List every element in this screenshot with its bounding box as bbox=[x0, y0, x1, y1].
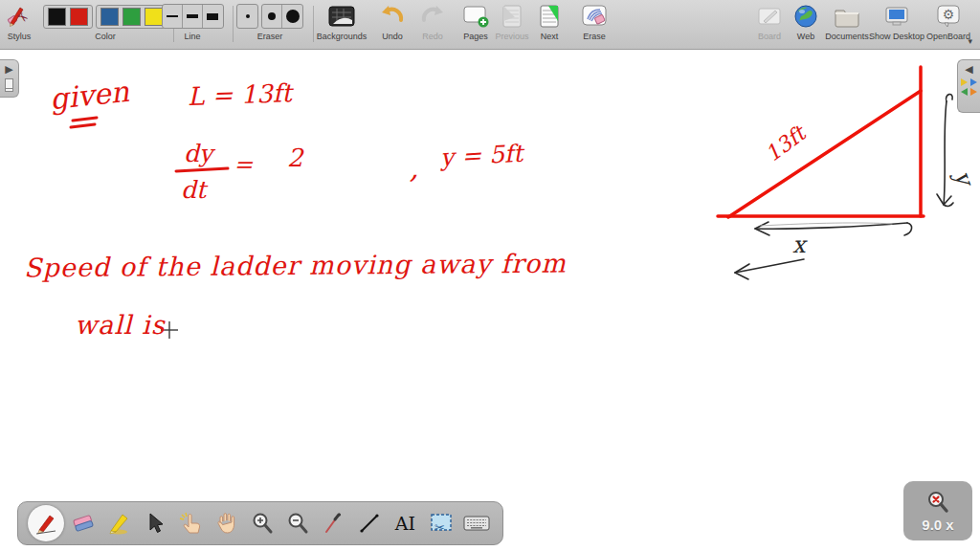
zoom-in-icon bbox=[251, 512, 274, 535]
color-swatch-red[interactable] bbox=[70, 8, 88, 26]
handwriting-frac-denominator: dt bbox=[181, 176, 206, 204]
library-icon bbox=[961, 78, 978, 96]
pen-tool-button[interactable] bbox=[28, 505, 64, 541]
zoom-in-tool-button[interactable] bbox=[246, 505, 278, 541]
color-group: Color bbox=[42, 3, 168, 47]
documents-button[interactable]: Documents bbox=[821, 3, 873, 47]
interact-tool-button[interactable] bbox=[174, 505, 207, 541]
handwriting-length-equation: L = 13ft bbox=[188, 78, 293, 111]
erase-page-label: Erase bbox=[583, 32, 606, 41]
diagram-base-label: x bbox=[792, 231, 806, 258]
eraser-label: Eraser bbox=[257, 32, 283, 41]
color-swatch-black[interactable] bbox=[48, 8, 66, 26]
openboard-menu-caret-icon[interactable]: ▾ bbox=[968, 36, 972, 46]
zoom-cancel-icon bbox=[925, 490, 950, 515]
capture-icon: ✂ bbox=[429, 512, 454, 535]
next-page-icon bbox=[537, 3, 562, 30]
color-group-dark bbox=[43, 5, 93, 29]
keyboard-icon bbox=[463, 514, 490, 533]
color-label: Color bbox=[95, 32, 116, 41]
show-desktop-label: Show Desktop bbox=[869, 32, 924, 41]
undo-button[interactable]: Undo bbox=[373, 3, 412, 47]
show-desktop-button[interactable]: Show Desktop bbox=[867, 3, 926, 47]
laser-pointer-tool-button[interactable] bbox=[318, 505, 350, 541]
handwriting-comma: , bbox=[410, 151, 419, 185]
laser-pointer-icon bbox=[323, 512, 345, 535]
svg-text:✂: ✂ bbox=[434, 520, 445, 535]
eraser-tool-button[interactable] bbox=[67, 505, 100, 541]
pointing-hand-icon bbox=[178, 511, 203, 536]
virtual-keyboard-tool-button[interactable] bbox=[460, 505, 493, 541]
pages-icon bbox=[461, 3, 490, 30]
expand-left-icon: ◀ bbox=[965, 64, 972, 75]
page-thumbnails-icon bbox=[5, 78, 13, 89]
openboard-menu-icon: ⚙ bbox=[935, 3, 962, 30]
handwriting-rate-value: 2 bbox=[287, 143, 303, 172]
pages-button[interactable]: Pages bbox=[456, 3, 496, 47]
stylus-label: Stylus bbox=[8, 32, 32, 41]
erase-page-button[interactable]: Erase bbox=[574, 3, 614, 47]
given-underline bbox=[71, 118, 97, 127]
handwriting-frac-numerator: dy bbox=[184, 140, 212, 167]
line-thick-button[interactable] bbox=[203, 5, 223, 28]
zoom-out-tool-button[interactable] bbox=[281, 505, 314, 541]
line-tool-button[interactable] bbox=[353, 505, 386, 541]
highlighter-tool-button[interactable] bbox=[102, 505, 135, 541]
erase-page-icon bbox=[581, 3, 608, 30]
line-thin-button[interactable] bbox=[163, 5, 183, 28]
redo-label: Redo bbox=[422, 32, 443, 41]
next-page-label: Next bbox=[541, 32, 559, 41]
fraction-bar bbox=[176, 168, 228, 171]
web-mode-button[interactable]: Web bbox=[789, 3, 823, 47]
capture-tool-button[interactable]: ✂ bbox=[425, 505, 457, 541]
board-mode-icon bbox=[756, 3, 783, 30]
handwriting-y-equation: y = 5ft bbox=[439, 140, 523, 171]
left-panel-tab[interactable]: ▶ bbox=[0, 59, 19, 98]
highlighter-icon bbox=[106, 511, 131, 536]
next-page-button[interactable]: Next bbox=[532, 3, 567, 47]
redo-icon bbox=[419, 3, 446, 30]
eraser-medium-button[interactable] bbox=[262, 5, 282, 28]
openboard-menu-label: OpenBoard bbox=[926, 32, 970, 41]
documents-icon bbox=[833, 3, 861, 30]
handwriting-equals: = bbox=[234, 151, 253, 178]
library-panel-tab[interactable]: ◀ bbox=[957, 59, 980, 113]
web-mode-icon bbox=[793, 3, 818, 30]
selector-tool-button[interactable] bbox=[139, 505, 171, 541]
zoom-out-icon bbox=[286, 512, 309, 535]
line-width-group: Line bbox=[159, 3, 226, 47]
board-mode-button[interactable]: Board bbox=[752, 3, 787, 47]
handwriting-sentence-line1: Speed of the ladder moving away from bbox=[24, 249, 567, 283]
undo-label: Undo bbox=[382, 32, 403, 41]
dimension-arrows bbox=[735, 94, 953, 279]
backgrounds-button[interactable]: Backgrounds bbox=[314, 3, 369, 47]
open-hand-icon bbox=[214, 511, 239, 536]
openboard-menu-button[interactable]: ⚙ OpenBoard bbox=[923, 3, 974, 47]
eraser-size-group: Eraser bbox=[237, 3, 302, 47]
eraser-small-button[interactable] bbox=[237, 5, 257, 28]
bottom-toolbar: A​I ✂ bbox=[17, 501, 503, 545]
previous-page-button[interactable]: Previous bbox=[492, 3, 532, 47]
pages-label: Pages bbox=[463, 32, 488, 41]
line-label: Line bbox=[184, 32, 200, 41]
text-tool-button[interactable]: A​I bbox=[389, 505, 421, 541]
zoom-reset-widget[interactable]: 9.0 x bbox=[903, 481, 972, 540]
eraser-icon bbox=[71, 512, 96, 535]
stylus-button[interactable]: ✂ Stylus bbox=[2, 3, 36, 47]
top-toolbar: ✂ Stylus Color bbox=[0, 0, 980, 50]
cursor-arrow-icon bbox=[145, 512, 166, 535]
show-desktop-icon bbox=[883, 3, 910, 30]
expand-right-icon: ▶ bbox=[5, 64, 12, 75]
diagram-height-label: y bbox=[948, 167, 978, 188]
documents-label: Documents bbox=[825, 32, 869, 41]
eraser-large-button[interactable] bbox=[282, 5, 302, 28]
web-mode-label: Web bbox=[797, 32, 814, 41]
redo-button[interactable]: Redo bbox=[413, 3, 452, 47]
diagram-hypotenuse-label: 13ft bbox=[761, 121, 810, 166]
color-swatch-green[interactable] bbox=[122, 8, 141, 26]
color-swatch-blue[interactable] bbox=[100, 8, 119, 26]
line-medium-button[interactable] bbox=[183, 5, 203, 28]
pan-tool-button[interactable] bbox=[211, 505, 243, 541]
zoom-level-value: 9.0 x bbox=[922, 517, 953, 533]
handwriting-sentence-line2: wall is bbox=[75, 310, 166, 340]
